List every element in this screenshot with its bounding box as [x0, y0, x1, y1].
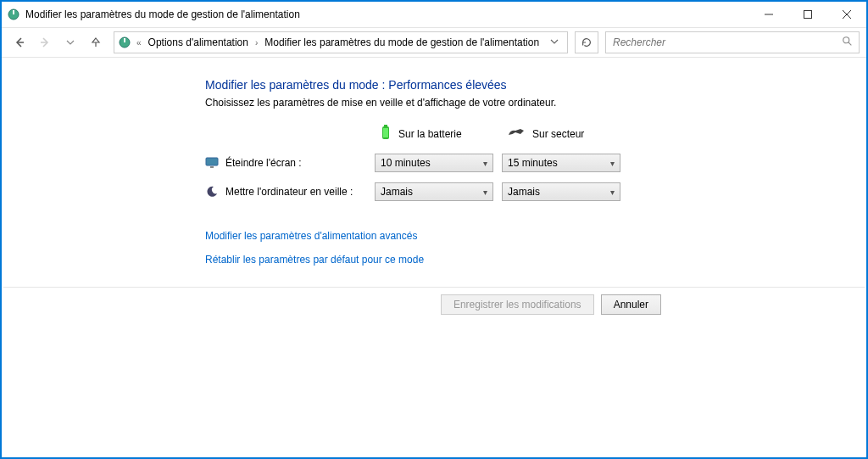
refresh-button[interactable]	[575, 31, 598, 53]
svg-rect-10	[124, 38, 125, 42]
svg-point-11	[843, 36, 849, 42]
moon-icon	[205, 185, 219, 199]
dropdown-value: Jamais	[508, 186, 540, 198]
search-input[interactable]	[611, 36, 842, 49]
up-button[interactable]	[85, 31, 107, 53]
column-ac-label: Sur secteur	[532, 128, 584, 140]
monitor-icon	[205, 156, 219, 170]
titlebar: Modifier les paramètres du mode de gesti…	[2, 2, 866, 27]
maximize-button[interactable]	[788, 2, 827, 27]
breadcrumb-item[interactable]: Modifier les paramètres du mode de gesti…	[263, 36, 541, 48]
column-battery-label: Sur la batterie	[398, 128, 462, 140]
advanced-settings-link[interactable]: Modifier les paramètres d'alimentation a…	[205, 230, 663, 242]
svg-rect-1	[13, 10, 14, 14]
save-button[interactable]: Enregistrer les modifications	[441, 294, 594, 315]
window-controls	[749, 2, 866, 27]
battery-icon	[380, 124, 392, 143]
close-button[interactable]	[827, 2, 866, 27]
search-icon[interactable]	[842, 36, 854, 50]
column-battery: Sur la batterie	[375, 124, 493, 143]
recent-locations-button[interactable]	[59, 31, 81, 53]
svg-rect-14	[384, 125, 387, 126]
svg-rect-17	[210, 166, 214, 168]
minimize-button[interactable]	[749, 2, 788, 27]
footer: Enregistrer les modifications Annuler	[3, 287, 865, 321]
plug-icon	[507, 126, 526, 141]
forward-button[interactable]	[34, 31, 56, 53]
svg-rect-16	[206, 158, 218, 165]
window-title: Modifier les paramètres du mode de gesti…	[25, 8, 749, 20]
breadcrumb-prefix: «	[135, 38, 143, 48]
power-options-icon	[7, 8, 20, 21]
page-subheading: Choisissez les paramètres de mise en vei…	[205, 97, 663, 109]
svg-rect-3	[804, 11, 812, 19]
cancel-button[interactable]: Annuler	[601, 294, 661, 315]
search-box[interactable]	[605, 31, 860, 53]
power-options-icon	[118, 36, 131, 49]
sleep-ac-select[interactable]: Jamais ▾	[502, 182, 620, 201]
svg-line-12	[849, 42, 852, 45]
turn-off-display-battery-select[interactable]: 10 minutes ▾	[375, 154, 493, 172]
dropdown-value: 15 minutes	[508, 157, 558, 169]
row-label-text: Mettre l'ordinateur en veille :	[225, 186, 353, 198]
main-content: Modifier les paramètres du mode : Perfor…	[2, 58, 866, 266]
breadcrumb[interactable]: « Options d'alimentation › Modifier les …	[114, 31, 568, 53]
turn-off-display-ac-select[interactable]: 15 minutes ▾	[502, 154, 620, 172]
sleep-battery-select[interactable]: Jamais ▾	[375, 182, 493, 201]
chevron-down-icon: ▾	[610, 188, 615, 197]
row-label-text: Éteindre l'écran :	[225, 157, 302, 169]
back-button[interactable]	[8, 31, 31, 53]
row-sleep: Mettre l'ordinateur en veille :	[205, 185, 366, 199]
breadcrumb-item[interactable]: Options d'alimentation	[147, 36, 250, 48]
chevron-down-icon[interactable]	[545, 36, 564, 48]
column-ac: Sur secteur	[502, 126, 620, 141]
chevron-down-icon: ▾	[610, 159, 615, 168]
dropdown-value: Jamais	[381, 186, 413, 198]
row-turn-off-display: Éteindre l'écran :	[205, 156, 366, 170]
page-heading: Modifier les paramètres du mode : Perfor…	[205, 78, 663, 92]
restore-defaults-link[interactable]: Rétablir les paramètres par défaut pour …	[205, 254, 663, 266]
chevron-down-icon: ▾	[483, 188, 487, 197]
chevron-down-icon: ▾	[483, 159, 487, 168]
svg-rect-15	[383, 128, 388, 137]
chevron-right-icon: ›	[253, 38, 259, 48]
dropdown-value: 10 minutes	[381, 157, 431, 169]
toolbar: « Options d'alimentation › Modifier les …	[2, 27, 866, 58]
